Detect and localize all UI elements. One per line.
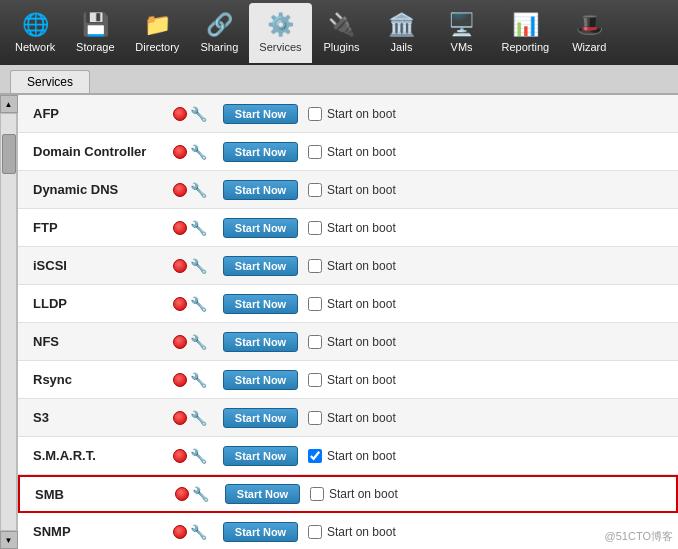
boot-checkbox[interactable] [308,221,322,235]
wrench-icon[interactable]: 🔧 [190,258,207,274]
service-status-icons: 🔧 [173,258,223,274]
table-row: Rsync 🔧 Start Now Start on boot [18,361,678,399]
table-row: NFS 🔧 Start Now Start on boot [18,323,678,361]
start-now-button[interactable]: Start Now [223,180,298,200]
wrench-icon[interactable]: 🔧 [190,106,207,122]
service-status-icons: 🔧 [173,372,223,388]
table-row: S.M.A.R.T. 🔧 Start Now Start on boot [18,437,678,475]
boot-label: Start on boot [327,145,396,159]
table-row: iSCSI 🔧 Start Now Start on boot [18,247,678,285]
boot-checkbox[interactable] [308,525,322,539]
start-now-button[interactable]: Start Now [223,294,298,314]
toolbar-item-network[interactable]: 🌐Network [5,3,65,63]
boot-checkbox[interactable] [308,107,322,121]
boot-section: Start on boot [308,335,396,349]
start-now-button[interactable]: Start Now [223,522,298,542]
boot-label: Start on boot [327,335,396,349]
boot-checkbox[interactable] [310,487,324,501]
toolbar-item-wizard[interactable]: 🎩Wizard [559,3,619,63]
status-dot [173,525,187,539]
table-row: Domain Controller 🔧 Start Now Start on b… [18,133,678,171]
service-status-icons: 🔧 [175,486,225,502]
start-now-button[interactable]: Start Now [223,218,298,238]
main-toolbar: 🌐Network💾Storage📁Directory🔗Sharing⚙️Serv… [0,0,678,65]
toolbar-item-services[interactable]: ⚙️Services [249,3,311,63]
boot-section: Start on boot [308,107,396,121]
boot-checkbox[interactable] [308,183,322,197]
boot-checkbox[interactable] [308,449,322,463]
start-now-button[interactable]: Start Now [223,370,298,390]
start-now-button[interactable]: Start Now [223,256,298,276]
wrench-icon[interactable]: 🔧 [190,334,207,350]
services-tab[interactable]: Services [10,70,90,93]
plugins-icon: 🔌 [328,12,355,38]
boot-checkbox[interactable] [308,259,322,273]
start-now-button[interactable]: Start Now [223,446,298,466]
scroll-down-btn[interactable]: ▼ [0,531,18,549]
start-now-button[interactable]: Start Now [223,332,298,352]
main-content: Services ▲ ▼ AFP 🔧 Start Now Start on bo… [0,65,678,549]
service-status-icons: 🔧 [173,296,223,312]
toolbar-item-sharing[interactable]: 🔗Sharing [189,3,249,63]
wrench-icon[interactable]: 🔧 [190,182,207,198]
watermark: @51CTO博客 [605,529,673,544]
service-name: Rsync [33,372,173,387]
start-now-button[interactable]: Start Now [223,142,298,162]
scrollbar[interactable]: ▲ ▼ [0,95,18,549]
boot-section: Start on boot [308,373,396,387]
service-name: SMB [35,487,175,502]
boot-checkbox[interactable] [308,335,322,349]
services-icon: ⚙️ [267,12,294,38]
service-name: LLDP [33,296,173,311]
toolbar-item-jails[interactable]: 🏛️Jails [372,3,432,63]
start-now-button[interactable]: Start Now [223,104,298,124]
boot-checkbox[interactable] [308,411,322,425]
wizard-icon: 🎩 [576,12,603,38]
wrench-icon[interactable]: 🔧 [190,372,207,388]
boot-label: Start on boot [327,183,396,197]
toolbar-item-vms[interactable]: 🖥️VMs [432,3,492,63]
service-status-icons: 🔧 [173,220,223,236]
toolbar-item-plugins[interactable]: 🔌Plugins [312,3,372,63]
boot-section: Start on boot [308,183,396,197]
scroll-track [0,113,17,531]
toolbar-item-directory[interactable]: 📁Directory [125,3,189,63]
boot-checkbox[interactable] [308,145,322,159]
toolbar-item-storage[interactable]: 💾Storage [65,3,125,63]
scroll-up-btn[interactable]: ▲ [0,95,18,113]
start-now-button[interactable]: Start Now [223,408,298,428]
services-table: AFP 🔧 Start Now Start on boot Domain Con… [18,95,678,549]
table-row: AFP 🔧 Start Now Start on boot [18,95,678,133]
status-dot [173,373,187,387]
service-status-icons: 🔧 [173,106,223,122]
service-status-icons: 🔧 [173,524,223,540]
wrench-icon[interactable]: 🔧 [190,448,207,464]
wrench-icon[interactable]: 🔧 [190,524,207,540]
status-dot [173,183,187,197]
table-row: Dynamic DNS 🔧 Start Now Start on boot [18,171,678,209]
service-name: Domain Controller [33,144,173,159]
boot-label: Start on boot [327,411,396,425]
service-status-icons: 🔧 [173,182,223,198]
boot-checkbox[interactable] [308,373,322,387]
start-now-button[interactable]: Start Now [225,484,300,504]
toolbar-item-reporting[interactable]: 📊Reporting [492,3,560,63]
wrench-icon[interactable]: 🔧 [192,486,209,502]
status-dot [173,145,187,159]
table-row: FTP 🔧 Start Now Start on boot [18,209,678,247]
boot-checkbox[interactable] [308,297,322,311]
boot-label: Start on boot [327,221,396,235]
service-name: S.M.A.R.T. [33,448,173,463]
wrench-icon[interactable]: 🔧 [190,220,207,236]
status-dot [173,335,187,349]
jails-icon: 🏛️ [388,12,415,38]
wrench-icon[interactable]: 🔧 [190,296,207,312]
scroll-thumb[interactable] [2,134,16,174]
wrench-icon[interactable]: 🔧 [190,410,207,426]
boot-label: Start on boot [327,525,396,539]
boot-section: Start on boot [308,411,396,425]
wrench-icon[interactable]: 🔧 [190,144,207,160]
boot-section: Start on boot [308,221,396,235]
directory-icon: 📁 [144,12,171,38]
status-dot [173,107,187,121]
